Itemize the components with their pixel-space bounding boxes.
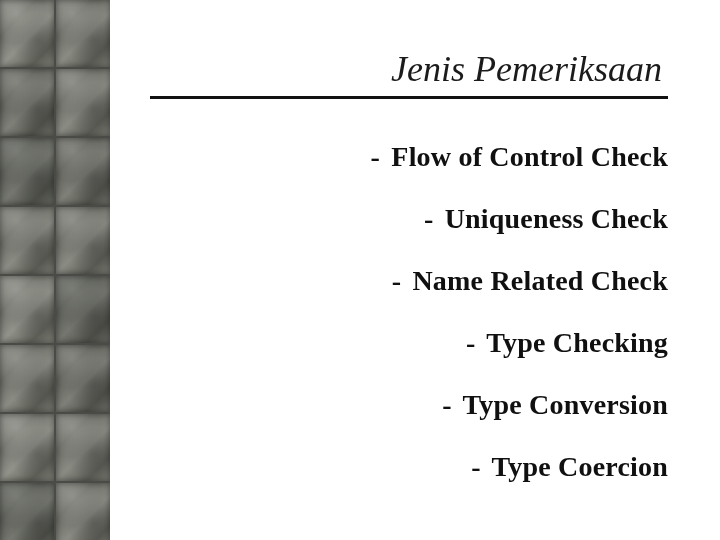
list-item: - Uniqueness Check <box>150 203 668 235</box>
stone-tile <box>0 276 54 343</box>
stone-tile <box>56 138 110 205</box>
check-type-list: - Flow of Control Check - Uniqueness Che… <box>150 141 668 483</box>
bullet-dash: - <box>371 141 381 173</box>
stone-tile <box>56 414 110 481</box>
stone-tile <box>0 0 54 67</box>
stone-tile <box>0 207 54 274</box>
stone-tile <box>56 69 110 136</box>
list-item: - Type Checking <box>150 327 668 359</box>
item-text: Type Checking <box>486 327 668 358</box>
stone-tile <box>0 414 54 481</box>
stone-tile <box>0 483 54 540</box>
list-item: - Type Coercion <box>150 451 668 483</box>
stone-tile <box>0 69 54 136</box>
bullet-dash: - <box>471 451 481 483</box>
slide: Jenis Pemeriksaan - Flow of Control Chec… <box>0 0 720 540</box>
slide-title: Jenis Pemeriksaan <box>150 48 668 99</box>
item-text: Uniqueness Check <box>445 203 668 234</box>
bullet-dash: - <box>442 389 452 421</box>
list-item: - Type Conversion <box>150 389 668 421</box>
stone-tile <box>56 483 110 540</box>
item-text: Flow of Control Check <box>391 141 668 172</box>
stone-tile <box>0 345 54 412</box>
list-item: - Name Related Check <box>150 265 668 297</box>
bullet-dash: - <box>392 265 402 297</box>
content-area: Jenis Pemeriksaan - Flow of Control Chec… <box>110 0 720 540</box>
item-text: Name Related Check <box>412 265 668 296</box>
stone-tile <box>56 207 110 274</box>
stone-tile <box>56 0 110 67</box>
item-text: Type Conversion <box>463 389 669 420</box>
list-item: - Flow of Control Check <box>150 141 668 173</box>
stone-tile <box>56 345 110 412</box>
stone-tile <box>56 276 110 343</box>
decorative-stone-sidebar <box>0 0 110 540</box>
item-text: Type Coercion <box>491 451 668 482</box>
bullet-dash: - <box>466 327 476 359</box>
stone-tile <box>0 138 54 205</box>
bullet-dash: - <box>424 203 434 235</box>
